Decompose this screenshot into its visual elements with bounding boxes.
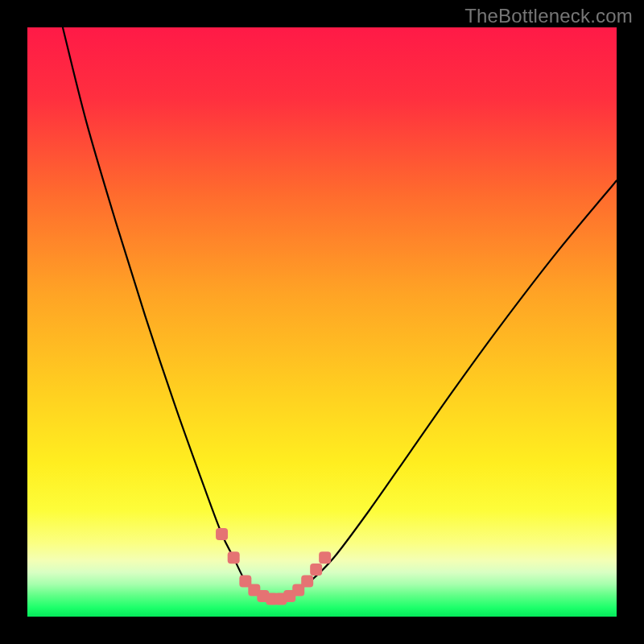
plot-area <box>27 27 617 617</box>
marker-point <box>228 551 240 564</box>
highlighted-markers <box>27 27 617 617</box>
marker-point <box>310 564 322 576</box>
marker-point <box>319 551 331 564</box>
watermark-text: TheBottleneck.com <box>464 5 633 27</box>
chart-frame: TheBottleneck.com <box>0 0 644 644</box>
marker-point <box>301 576 313 588</box>
marker-point <box>216 528 228 540</box>
